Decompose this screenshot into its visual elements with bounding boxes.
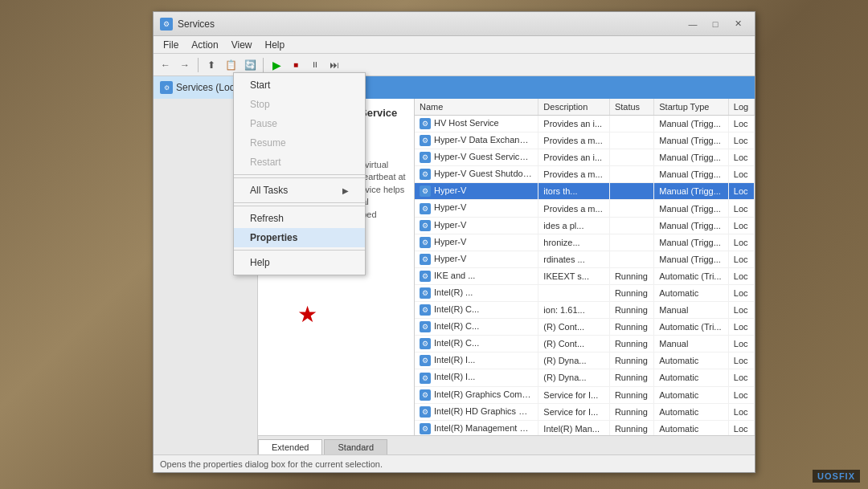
cell-description: Intel(R) Man... bbox=[538, 420, 610, 435]
cell-log: Loc bbox=[728, 386, 754, 403]
context-menu-item-start[interactable]: Start bbox=[234, 75, 365, 95]
table-row[interactable]: Hyper-VProvides a m...Manual (Trigg...Lo… bbox=[415, 200, 755, 217]
ctx-label: Help bbox=[250, 257, 270, 268]
menu-view[interactable]: View bbox=[225, 38, 259, 52]
close-button[interactable]: ✕ bbox=[727, 16, 748, 32]
cell-name: Intel(R) I... bbox=[415, 369, 538, 386]
table-row[interactable]: Hyper-V Data Exchange Serv...Provides a … bbox=[415, 132, 755, 149]
cell-name: Intel(R) C... bbox=[415, 319, 538, 336]
table-row[interactable]: Hyper-V Guest Shutdown Se...Provides a m… bbox=[415, 166, 755, 183]
title-bar: ⚙ Services — □ ✕ bbox=[154, 12, 755, 36]
cell-description: Provides an i... bbox=[538, 116, 610, 132]
row-icon bbox=[420, 406, 431, 418]
table-row[interactable]: Hyper-Vrdinates ...Manual (Trigg...Loc bbox=[415, 251, 755, 267]
cell-log: Loc bbox=[728, 420, 754, 435]
row-icon bbox=[420, 169, 431, 180]
status-bar: Opens the properties dialog box for the … bbox=[154, 454, 755, 472]
back-button[interactable]: ← bbox=[157, 56, 174, 74]
row-icon bbox=[420, 271, 431, 282]
context-menu-separator bbox=[234, 174, 365, 175]
cell-status bbox=[609, 183, 653, 200]
status-text: Opens the properties dialog box for the … bbox=[160, 459, 383, 469]
ctx-label: All Tasks bbox=[250, 185, 288, 196]
context-menu-item-refresh[interactable]: Refresh bbox=[234, 209, 365, 228]
table-header-row: Name Description Status Startup Type Log bbox=[415, 99, 755, 116]
ctx-label: Resume bbox=[250, 137, 286, 149]
ctx-label: Properties bbox=[250, 232, 297, 243]
cell-startup: Automatic bbox=[654, 420, 729, 435]
table-row[interactable]: Intel(R) C...ion: 1.61...RunningManualLo… bbox=[415, 302, 755, 319]
watermark-brand: OS bbox=[825, 471, 839, 481]
table-row[interactable]: Intel(R) ...RunningAutomaticLoc bbox=[415, 284, 755, 301]
col-startup-type[interactable]: Startup Type bbox=[654, 99, 729, 116]
row-icon bbox=[420, 321, 431, 332]
menu-file[interactable]: File bbox=[157, 38, 185, 52]
table-row[interactable]: Hyper-Vitors th...Manual (Trigg...Loc bbox=[415, 183, 755, 200]
cell-description: Service for I... bbox=[538, 386, 610, 403]
cell-name: Intel(R) C... bbox=[415, 302, 538, 319]
table-row[interactable]: HV Host ServiceProvides an i...Manual (T… bbox=[415, 116, 755, 132]
cell-startup: Manual bbox=[654, 336, 729, 352]
cell-description: IKEEXT s... bbox=[538, 267, 610, 284]
cell-description bbox=[538, 284, 610, 301]
ctx-label: Restart bbox=[250, 157, 281, 168]
cell-log: Loc bbox=[728, 217, 754, 234]
table-scroll[interactable]: Name Description Status Startup Type Log… bbox=[415, 99, 755, 435]
col-status[interactable]: Status bbox=[609, 99, 653, 116]
stop-button[interactable]: ■ bbox=[287, 56, 305, 74]
table-row[interactable]: Intel(R) Management and Se...Intel(R) Ma… bbox=[415, 420, 755, 435]
row-icon bbox=[420, 203, 431, 214]
cell-startup: Automatic bbox=[654, 369, 729, 386]
context-menu-item-help[interactable]: Help bbox=[234, 253, 365, 272]
cell-startup: Automatic bbox=[654, 284, 729, 301]
cell-name: Hyper-V bbox=[415, 251, 538, 267]
pause-button[interactable]: ⏸ bbox=[306, 56, 324, 74]
forward-button[interactable]: → bbox=[176, 56, 194, 74]
table-row[interactable]: Intel(R) C...(R) Cont...RunningManualLoc bbox=[415, 336, 755, 352]
table-row[interactable]: Intel(R) Graphics Command ...Service for… bbox=[415, 386, 755, 403]
table-row[interactable]: Hyper-Vhronize...Manual (Trigg...Loc bbox=[415, 234, 755, 251]
cell-log: Loc bbox=[728, 352, 754, 369]
skip-button[interactable]: ⏭ bbox=[326, 56, 343, 74]
context-menu-item-properties[interactable]: Properties bbox=[234, 228, 365, 247]
cell-description: (R) Dyna... bbox=[538, 352, 610, 369]
table-row[interactable]: Hyper-V Guest Service Interf...Provides … bbox=[415, 149, 755, 166]
cell-log: Loc bbox=[728, 403, 754, 420]
menu-action[interactable]: Action bbox=[185, 38, 224, 52]
cell-description: Provides a m... bbox=[538, 166, 610, 183]
cell-name: Intel(R) ... bbox=[415, 284, 538, 301]
context-menu-item-all-tasks[interactable]: All Tasks▶ bbox=[234, 181, 365, 200]
maximize-button[interactable]: □ bbox=[705, 16, 726, 32]
col-description[interactable]: Description bbox=[538, 99, 610, 116]
show-hide-button[interactable]: 📋 bbox=[222, 56, 240, 74]
tab-standard[interactable]: Standard bbox=[324, 439, 387, 454]
cell-status: Running bbox=[609, 352, 653, 369]
minimize-button[interactable]: — bbox=[682, 16, 703, 32]
toolbar-separator-2 bbox=[263, 58, 264, 72]
cell-description: Provides a m... bbox=[538, 200, 610, 217]
table-row[interactable]: Intel(R) HD Graphics Control ...Service … bbox=[415, 403, 755, 420]
cell-status: Running bbox=[609, 403, 653, 420]
cell-startup: Manual (Trigg... bbox=[654, 116, 729, 132]
cell-log: Loc bbox=[728, 132, 754, 149]
cell-log: Loc bbox=[728, 369, 754, 386]
table-row[interactable]: IKE and ...IKEEXT s...RunningAutomatic (… bbox=[415, 267, 755, 284]
submenu-arrow: ▶ bbox=[342, 186, 349, 195]
table-row[interactable]: Intel(R) C...(R) Cont...RunningAutomatic… bbox=[415, 319, 755, 336]
refresh-button[interactable]: 🔄 bbox=[241, 56, 259, 74]
up-button[interactable]: ⬆ bbox=[203, 56, 220, 74]
row-icon bbox=[420, 373, 431, 384]
col-log[interactable]: Log bbox=[728, 99, 754, 116]
ctx-label: Stop bbox=[250, 99, 270, 110]
cell-name: Hyper-V bbox=[415, 183, 538, 200]
table-row[interactable]: Intel(R) I...(R) Dyna...RunningAutomatic… bbox=[415, 352, 755, 369]
table-row[interactable]: Hyper-Vides a pl...Manual (Trigg...Loc bbox=[415, 217, 755, 234]
menu-help[interactable]: Help bbox=[259, 38, 292, 52]
play-button[interactable]: ▶ bbox=[268, 56, 285, 74]
tab-extended[interactable]: Extended bbox=[258, 439, 322, 454]
title-controls: — □ ✕ bbox=[682, 16, 748, 32]
cell-name: HV Host Service bbox=[415, 116, 538, 132]
col-name[interactable]: Name bbox=[415, 99, 538, 116]
table-row[interactable]: Intel(R) I...(R) Dyna...RunningAutomatic… bbox=[415, 369, 755, 386]
table-body: HV Host ServiceProvides an i...Manual (T… bbox=[415, 116, 755, 436]
